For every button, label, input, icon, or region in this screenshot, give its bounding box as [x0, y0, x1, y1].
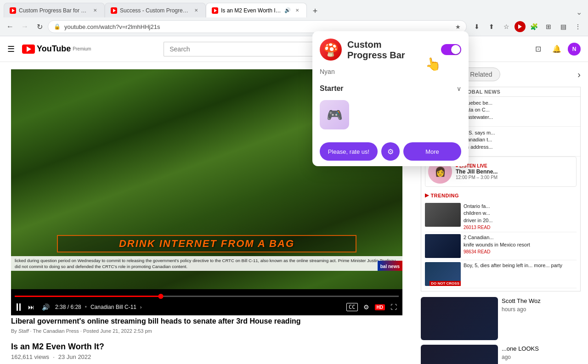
scrubber-played	[15, 296, 161, 297]
sidebar-title-1: Scott The Woz	[502, 297, 581, 305]
tab-1-close[interactable]: ✕	[91, 7, 99, 14]
tab-3-close[interactable]: ✕	[294, 7, 301, 14]
trending-item-3[interactable]: DO NOT CROSS Boy, 5, dies after being le…	[425, 260, 577, 288]
star-icon[interactable]: ★	[455, 23, 461, 30]
toggle-knob	[451, 45, 460, 54]
trending-reads-2: 98634 READ	[464, 249, 577, 254]
video-caption: licked during question period on Wednesd…	[15, 258, 399, 270]
yt-logo[interactable]: YouTube Premium	[22, 44, 91, 54]
custom-progress-bar-popup: 🍄 Custom Progress Bar 👆 Nyan Starter ∨ 🎮	[312, 31, 469, 166]
pause-icon	[17, 303, 21, 311]
cpb-section-title: Starter	[320, 84, 344, 93]
sidebar-meta-1: hours ago	[502, 306, 581, 313]
sidebar-info-2: ...one LOOKS ago	[502, 345, 581, 364]
trending-thumb-1	[425, 203, 461, 227]
notifications-icon[interactable]: 🔔	[549, 42, 564, 56]
tab-2[interactable]: Success - Custom ProgressBa... ✕	[105, 3, 206, 17]
cpb-section: Starter ∨ 🎮	[312, 81, 469, 129]
sidebar-video-1[interactable]: Scott The Woz hours ago	[421, 297, 581, 340]
bookmark-icon[interactable]: ☆	[500, 20, 513, 33]
next-icon: ⏭	[28, 303, 34, 311]
toggle-switch[interactable]	[441, 44, 461, 55]
trending-title-3: Boy, 5, dies after being left in... more…	[464, 262, 577, 269]
trending-item-2[interactable]: 2 Canadian...knife wounds in Mexico reso…	[425, 232, 577, 260]
cpb-header: 🍄 Custom Progress Bar	[312, 31, 469, 68]
next-button[interactable]: ⏭	[26, 302, 36, 313]
cpb-user: Nyan	[312, 68, 469, 81]
address-bar-row: ← → ↻ 🔒 youtube.com/watch?v=r2lmhHHj21s …	[0, 17, 588, 36]
listen-live-badge: LISTEN LIVE	[456, 163, 573, 168]
chapter-arrow-icon[interactable]: ›	[140, 305, 141, 310]
yt-extension-icon[interactable]	[514, 21, 526, 32]
browser-chrome: Custom Progress Bar for YouT... ✕ Succes…	[0, 0, 588, 36]
cpb-title-block: Custom Progress Bar	[347, 39, 405, 61]
new-tab-button[interactable]: +	[309, 5, 322, 17]
cpb-title-line2: Progress Bar	[347, 50, 405, 61]
view-count: 162,611 views	[11, 353, 49, 360]
tab-2-favicon	[111, 7, 117, 14]
chapter-label[interactable]: Canadian Bill C-11	[90, 304, 136, 310]
tab-expand-button[interactable]: ⌄	[573, 6, 584, 17]
trending-title-1: Ontario fa...children w...driver in 20..…	[464, 203, 577, 224]
article-byline: By Staff · The Canadian Press · Posted J…	[11, 328, 402, 334]
trending-reads-1: 26013 READ	[464, 225, 577, 230]
back-button[interactable]: ←	[4, 20, 17, 33]
settings-button[interactable]: ⚙	[362, 302, 371, 313]
download-icon[interactable]: ⬇	[470, 20, 483, 33]
radio-show-title: The Jill Benne...	[456, 168, 573, 175]
yt-logo-icon	[22, 45, 35, 54]
trending-thumb-2	[425, 234, 461, 258]
article-headline: Liberal government's online streaming bi…	[11, 317, 402, 326]
share-icon[interactable]: ⬆	[485, 20, 498, 33]
menu-icon[interactable]: ⋮	[571, 20, 584, 33]
sidebar-toggle-icon[interactable]: ▤	[557, 20, 570, 33]
cpb-section-header[interactable]: Starter ∨	[320, 81, 461, 96]
sidebar-thumb-2	[421, 345, 498, 364]
address-text: youtube.com/watch?v=r2lmhHHj21s	[64, 23, 452, 30]
cc-button[interactable]: CC	[346, 303, 357, 311]
volume-button[interactable]: 🔊	[40, 302, 51, 313]
youtube-app: ☰ YouTube Premium 🔍 ⊡ 🔔 N	[0, 36, 588, 364]
fullscreen-button[interactable]: ⛶	[389, 302, 399, 313]
yt-header-right: ⊡ 🔔 N	[531, 42, 581, 56]
forward-button[interactable]: →	[18, 20, 31, 33]
sidebar-video-2[interactable]: ...one LOOKS ago	[421, 345, 581, 364]
video-scrubber[interactable]	[15, 296, 399, 297]
yt-header: ☰ YouTube Premium 🔍 ⊡ 🔔 N	[0, 36, 588, 62]
trending-item-1[interactable]: Ontario fa...children w...driver in 20..…	[425, 201, 577, 232]
upload-date: 23 Jun 2022	[58, 353, 91, 360]
sidebar-next-icon[interactable]: ›	[577, 69, 581, 80]
yt-main-container: DRINK INTERNET FROM A BAG licked during …	[0, 62, 588, 364]
trending-header: ▶ TRENDING	[425, 192, 577, 198]
cpb-toggle[interactable]	[441, 44, 461, 55]
trending-thumb-3: DO NOT CROSS	[425, 262, 461, 286]
cpb-more-button[interactable]: More	[403, 142, 461, 161]
tab-3[interactable]: Is an M2 Even Worth It? - 🔊 ✕	[206, 3, 307, 17]
grid-icon[interactable]: ⊞	[542, 20, 555, 33]
trending-title-2: 2 Canadian...knife wounds in Mexico reso…	[464, 234, 577, 248]
refresh-button[interactable]: ↻	[33, 20, 46, 33]
tab-1-favicon	[10, 7, 16, 14]
profile-button[interactable]: N	[568, 43, 581, 56]
video-time: 2:38 / 6:28	[55, 304, 81, 310]
cpb-rate-button[interactable]: Please, rate us!	[320, 142, 378, 161]
trending-info-1: Ontario fa...children w...driver in 20..…	[464, 203, 577, 230]
pause-button[interactable]	[15, 302, 23, 313]
hamburger-menu-icon[interactable]: ☰	[7, 44, 15, 54]
cpb-settings-button[interactable]: ⚙	[381, 142, 400, 161]
tab-1-title: Custom Progress Bar for YouT...	[19, 7, 89, 14]
tab-2-close[interactable]: ✕	[192, 7, 200, 14]
cast-icon[interactable]: ⊡	[531, 42, 546, 56]
yt-premium-badge: Premium	[73, 46, 91, 51]
cpb-mushroom-icon: 🍄	[320, 39, 342, 61]
trending-info-2: 2 Canadian...knife wounds in Mexico reso…	[464, 234, 577, 258]
tab-1[interactable]: Custom Progress Bar for YouT... ✕	[4, 3, 105, 17]
radio-info: LISTEN LIVE The Jill Benne... 12:00 PM –…	[456, 163, 573, 180]
cpb-chevron-icon: ∨	[457, 85, 461, 92]
cpb-starter-card[interactable]: 🎮	[320, 100, 349, 129]
puzzle-icon[interactable]: 🧩	[527, 20, 540, 33]
cpb-card-icon: 🎮	[327, 107, 343, 123]
radio-time: 12:00 PM – 3:00 PM	[456, 175, 573, 180]
separator: •	[85, 304, 87, 310]
trending-section: ▶ TRENDING Ontario fa...children w...dri…	[421, 190, 580, 291]
